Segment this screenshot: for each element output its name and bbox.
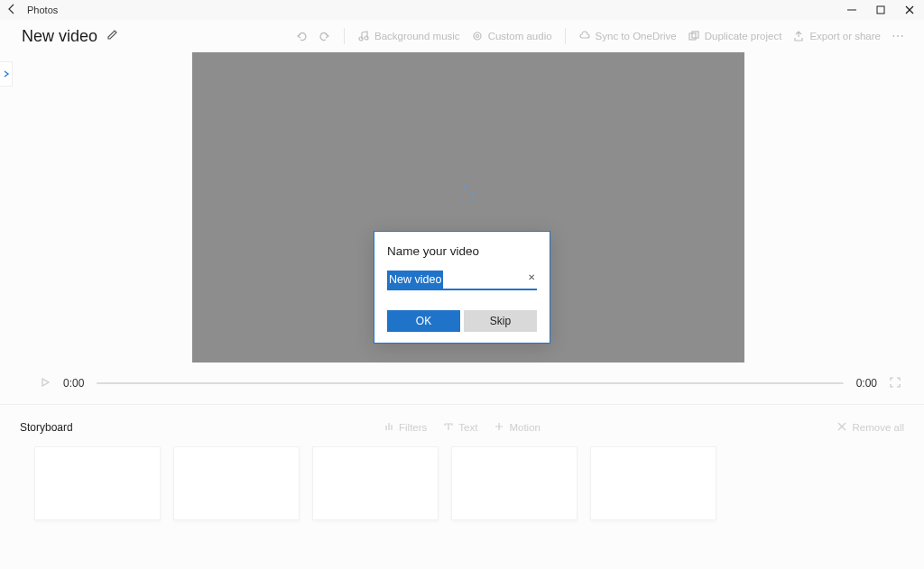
loading-spinner-icon: [459, 186, 477, 204]
divider: [344, 28, 345, 44]
custom-audio-label: Custom audio: [488, 31, 552, 41]
storyboard-card[interactable]: [34, 446, 161, 520]
text-icon: [443, 421, 454, 434]
header-toolbar: New video Background music Custom audio …: [0, 20, 924, 52]
dialog-title: Name your video: [387, 244, 537, 258]
dialog-ok-button[interactable]: OK: [387, 310, 460, 332]
timeline-track[interactable]: [97, 382, 843, 384]
storyboard-strip: [0, 441, 924, 538]
background-music-label: Background music: [374, 31, 460, 41]
name-video-dialog: Name your video New video ✕ OK Skip: [374, 231, 550, 344]
window-maximize-button[interactable]: [866, 0, 895, 20]
remove-all-label: Remove all: [852, 422, 904, 433]
svg-point-8: [476, 35, 478, 38]
left-panel-collapsed: [0, 52, 13, 404]
background-music-button[interactable]: Background music: [352, 26, 466, 46]
music-icon: [357, 30, 370, 42]
edit-title-button[interactable]: [106, 28, 119, 44]
redo-icon: [319, 30, 331, 42]
back-button[interactable]: [0, 4, 23, 17]
time-current: 0:00: [63, 377, 84, 390]
sync-label: Sync to OneDrive: [596, 31, 677, 41]
cloud-icon: [578, 30, 591, 42]
video-name-input[interactable]: New video ✕: [387, 271, 537, 290]
clear-input-button[interactable]: ✕: [528, 272, 535, 282]
text-button[interactable]: Text: [443, 421, 477, 434]
storyboard-card[interactable]: [312, 446, 439, 520]
timeline: 0:00 0:00: [13, 363, 924, 400]
sync-onedrive-button[interactable]: Sync to OneDrive: [573, 26, 682, 46]
filters-label: Filters: [399, 422, 427, 433]
remove-all-button[interactable]: Remove all: [837, 422, 904, 433]
storyboard-title: Storyboard: [20, 421, 73, 434]
app-name-label: Photos: [23, 5, 58, 15]
video-name-value: New video: [387, 271, 443, 289]
window-titlebar: Photos: [0, 0, 924, 20]
undo-button[interactable]: [290, 26, 313, 46]
motion-label: Motion: [509, 422, 541, 433]
duplicate-label: Duplicate project: [705, 31, 782, 41]
storyboard-card[interactable]: [590, 446, 716, 520]
export-label: Export or share: [809, 31, 881, 41]
duplicate-project-button[interactable]: Duplicate project: [682, 26, 788, 46]
export-share-button[interactable]: Export or share: [787, 26, 886, 46]
duplicate-icon: [688, 30, 700, 42]
filters-icon: [383, 421, 394, 434]
window-minimize-button[interactable]: [837, 0, 866, 20]
expand-panel-button[interactable]: [0, 61, 13, 87]
filters-button[interactable]: Filters: [383, 421, 427, 434]
motion-button[interactable]: Motion: [494, 421, 541, 434]
motion-icon: [494, 421, 504, 434]
dialog-skip-button[interactable]: Skip: [464, 310, 537, 332]
window-close-button[interactable]: [895, 0, 924, 20]
project-title: New video: [22, 27, 97, 46]
divider: [565, 28, 566, 44]
play-button[interactable]: [40, 375, 51, 391]
export-icon: [792, 30, 805, 42]
storyboard-header: Storyboard Filters Text Motion Remove al…: [0, 404, 924, 441]
storyboard-card[interactable]: [173, 446, 300, 520]
redo-button[interactable]: [313, 26, 337, 46]
undo-icon: [295, 30, 308, 42]
svg-point-7: [474, 32, 481, 40]
custom-audio-button[interactable]: Custom audio: [466, 26, 558, 46]
fullscreen-button[interactable]: [890, 375, 901, 391]
close-icon: [837, 422, 846, 433]
more-button[interactable]: ⋯: [886, 29, 911, 43]
time-total: 0:00: [856, 377, 877, 390]
svg-rect-1: [877, 6, 884, 14]
storyboard-card[interactable]: [451, 446, 578, 520]
audio-icon: [471, 30, 484, 42]
text-label: Text: [458, 422, 477, 433]
